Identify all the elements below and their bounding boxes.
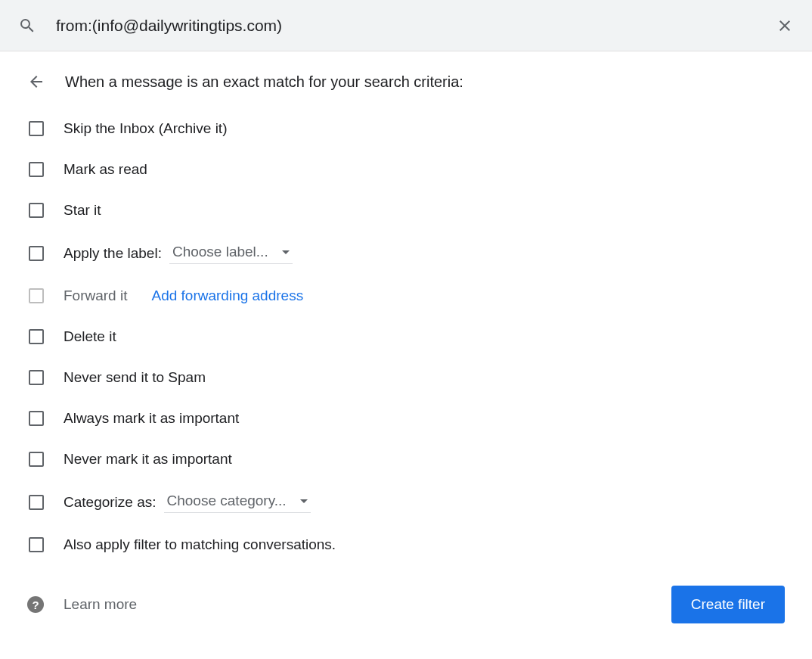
option-apply-label: Apply the label: Choose label... [27, 242, 785, 264]
option-delete: Delete it [27, 328, 785, 346]
back-arrow-icon[interactable] [27, 73, 45, 91]
learn-more-link[interactable]: Learn more [64, 596, 137, 613]
label-star: Star it [64, 202, 101, 219]
option-also-apply: Also apply filter to matching conversati… [27, 536, 785, 554]
footer-left: ? Learn more [27, 596, 137, 613]
checkbox-forward[interactable] [29, 288, 44, 303]
option-forward: Forward it Add forwarding address [27, 287, 785, 305]
option-star: Star it [27, 201, 785, 219]
header-row: When a message is an exact match for you… [27, 73, 785, 91]
checkbox-star[interactable] [29, 203, 44, 218]
footer-row: ? Learn more Create filter [27, 586, 785, 623]
option-never-important: Never mark it as important [27, 450, 785, 468]
chevron-down-icon [282, 250, 290, 254]
label-delete: Delete it [64, 328, 116, 345]
dropdown-choose-label[interactable]: Choose label... [169, 242, 293, 264]
label-always-important: Always mark it as important [64, 410, 239, 427]
dropdown-choose-category-text: Choose category... [167, 493, 287, 509]
option-skip-inbox: Skip the Inbox (Archive it) [27, 120, 785, 138]
create-filter-button[interactable]: Create filter [671, 586, 785, 623]
option-categorize: Categorize as: Choose category... [27, 491, 785, 513]
label-apply-label: Apply the label: [64, 245, 162, 262]
checkbox-mark-read[interactable] [29, 162, 44, 177]
checkbox-categorize[interactable] [29, 495, 44, 510]
filter-options-panel: When a message is an exact match for you… [0, 51, 812, 623]
option-mark-read: Mark as read [27, 160, 785, 179]
checkbox-delete[interactable] [29, 329, 44, 344]
dropdown-choose-label-text: Choose label... [172, 244, 268, 260]
link-add-forwarding-address[interactable]: Add forwarding address [151, 288, 303, 304]
help-icon[interactable]: ? [27, 596, 44, 613]
checkbox-also-apply[interactable] [29, 537, 44, 552]
label-skip-inbox: Skip the Inbox (Archive it) [64, 120, 227, 137]
dropdown-choose-category[interactable]: Choose category... [164, 491, 311, 513]
header-title: When a message is an exact match for you… [65, 73, 463, 91]
search-icon [18, 17, 36, 35]
checkbox-skip-inbox[interactable] [29, 121, 44, 136]
checkbox-never-important[interactable] [29, 452, 44, 467]
label-forward: Forward it [64, 288, 127, 304]
label-never-spam: Never send it to Spam [64, 369, 206, 386]
search-bar [0, 0, 812, 51]
close-icon[interactable] [776, 17, 794, 35]
option-never-spam: Never send it to Spam [27, 368, 785, 387]
checkbox-always-important[interactable] [29, 411, 44, 426]
label-also-apply: Also apply filter to matching conversati… [64, 536, 336, 553]
label-categorize: Categorize as: [64, 494, 157, 511]
label-never-important: Never mark it as important [64, 451, 232, 468]
checkbox-apply-label[interactable] [29, 246, 44, 261]
search-input[interactable] [56, 17, 776, 35]
option-always-important: Always mark it as important [27, 409, 785, 427]
chevron-down-icon [300, 499, 308, 503]
label-mark-read: Mark as read [64, 161, 147, 178]
checkbox-never-spam[interactable] [29, 370, 44, 385]
